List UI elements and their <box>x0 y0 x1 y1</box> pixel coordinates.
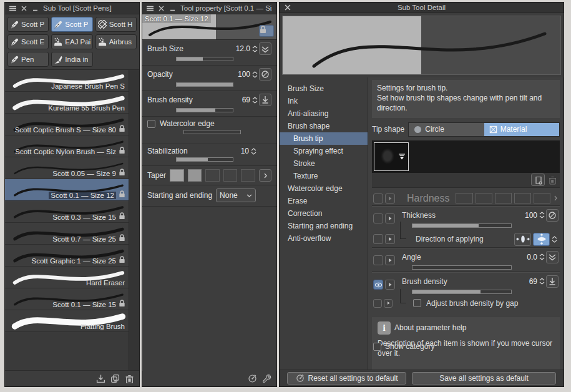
duplicate-subtool-icon[interactable] <box>110 374 120 383</box>
list-item[interactable]: Scott 0.05 — Size 9 <box>5 157 129 179</box>
direction-dynamics-button[interactable] <box>385 234 395 244</box>
brush-density-dynamics-button[interactable] <box>385 280 395 290</box>
angle-indicator-button[interactable] <box>373 255 383 265</box>
direction-spinner[interactable] <box>552 236 557 243</box>
panel-menu-icon[interactable] <box>147 5 154 12</box>
delete-subtool-icon[interactable] <box>125 374 134 383</box>
save-all-settings-button[interactable]: Save all settings as default <box>412 372 556 385</box>
adjust-density-dynamics-button[interactable] <box>384 299 393 308</box>
list-item[interactable]: Scott Coptic Nylon Brush — Siz <box>5 135 129 157</box>
opacity-dynamics-button[interactable] <box>259 68 271 81</box>
taper-level-2[interactable] <box>188 169 202 182</box>
taper-level-4[interactable] <box>223 169 238 182</box>
tab-airbrush[interactable]: Airbrus <box>95 34 137 49</box>
angle-spinner[interactable] <box>539 253 545 260</box>
taper-level-3[interactable] <box>205 169 220 182</box>
brush-density-slider[interactable] <box>176 108 233 112</box>
taper-level-1[interactable] <box>170 169 184 182</box>
menu-item-texture[interactable]: Texture <box>280 170 368 182</box>
brush-density-value[interactable]: 69 <box>242 96 250 104</box>
hardness-level-5[interactable] <box>534 193 550 203</box>
hardness-level-1[interactable] <box>456 193 472 203</box>
tip-shape-material-option[interactable]: Material <box>484 123 559 136</box>
taper-expand-button[interactable] <box>259 169 271 182</box>
opacity-slider[interactable] <box>176 82 233 87</box>
brush-size-slider[interactable] <box>176 57 233 61</box>
brush-size-spinner[interactable] <box>252 46 258 52</box>
taper-level-5[interactable] <box>241 169 255 182</box>
hardness-expand-icon[interactable] <box>554 195 557 201</box>
brush-density-value[interactable]: 69 <box>529 277 537 286</box>
menu-item-anti-aliasing[interactable]: Anti-aliasing <box>280 107 368 120</box>
close-icon[interactable] <box>21 5 27 12</box>
tab-scott-p2[interactable]: Scott P <box>51 17 92 32</box>
watercolor-edge-slider[interactable] <box>183 130 241 134</box>
stabilization-slider[interactable] <box>176 157 233 162</box>
menu-item-brush-tip[interactable]: Brush tip <box>280 132 368 145</box>
angle-slider[interactable] <box>412 265 512 270</box>
hardness-indicator-button[interactable] <box>373 194 383 203</box>
adjust-density-checkbox[interactable] <box>413 299 421 307</box>
wrench-icon[interactable] <box>262 374 271 383</box>
menu-item-correction[interactable]: Correction <box>280 207 368 220</box>
direction-indicator-button[interactable] <box>373 234 383 244</box>
list-item[interactable]: Hard Eraser <box>5 267 129 288</box>
starting-ending-dropdown[interactable]: None <box>216 189 256 202</box>
opacity-value[interactable]: 100 <box>238 70 250 79</box>
menu-item-watercolor-edge[interactable]: Watercolor edge <box>280 182 368 195</box>
hardness-level-2[interactable] <box>476 193 492 203</box>
hardness-level-3[interactable] <box>495 193 512 203</box>
thickness-dynamics-button[interactable] <box>385 213 395 223</box>
list-item-selected[interactable]: Scott 0.1 — Size 12 <box>5 179 129 201</box>
thickness-value[interactable]: 100 <box>525 211 537 220</box>
list-item[interactable]: Japanese Brush Pen S <box>5 70 129 92</box>
reset-all-settings-button[interactable]: Reset all settings to default <box>287 372 406 385</box>
thickness-dynamics-off-button[interactable] <box>546 209 559 222</box>
watercolor-edge-checkbox[interactable] <box>147 120 155 128</box>
show-category-checkbox[interactable] <box>373 343 381 351</box>
menu-item-anti-overflow[interactable]: Anti-overflow <box>280 232 368 245</box>
list-item[interactable]: Flatting Brush <box>5 310 129 332</box>
minimize-icon[interactable] <box>169 5 176 12</box>
tip-material-thumbnail[interactable] <box>374 142 409 171</box>
brush-density-spinner[interactable] <box>539 278 545 285</box>
brush-density-visibility-button[interactable] <box>373 280 383 290</box>
close-icon[interactable] <box>158 5 165 12</box>
stabilization-spinner[interactable] <box>251 148 256 155</box>
thickness-slider[interactable] <box>412 223 512 228</box>
adjust-density-indicator-button[interactable] <box>373 299 382 308</box>
tab-eaj-paint[interactable]: EAJ Pai <box>51 34 92 49</box>
brush-size-dynamics-button[interactable] <box>259 42 271 55</box>
angle-dynamics-button[interactable] <box>385 255 395 265</box>
tab-scott-p1[interactable]: Scott P <box>7 17 49 32</box>
menu-item-spraying-effect[interactable]: Spraying effect <box>280 145 368 157</box>
menu-item-stroke[interactable]: Stroke <box>280 157 368 170</box>
menu-item-brush-size[interactable]: Brush Size <box>280 82 368 95</box>
tab-india-ink[interactable]: India in <box>51 52 92 67</box>
stabilization-value[interactable]: 10 <box>241 147 249 155</box>
delete-tip-shape-icon[interactable] <box>548 175 557 185</box>
close-icon[interactable] <box>284 4 291 11</box>
direction-horizontal-button[interactable] <box>514 233 531 246</box>
list-item[interactable]: Kuretame 55 Brush Pen <box>5 92 129 114</box>
tab-scott-e[interactable]: Scott E <box>7 34 49 49</box>
minimize-icon[interactable] <box>32 5 39 12</box>
list-item[interactable]: Scott Graphic 1 — Size 25 <box>5 245 129 267</box>
thickness-indicator-button[interactable] <box>373 213 383 223</box>
angle-dynamics-setting-button[interactable] <box>546 251 559 263</box>
brush-density-spinner[interactable] <box>252 97 258 104</box>
add-tip-shape-button[interactable] <box>531 174 545 186</box>
reset-tool-icon[interactable] <box>248 374 257 383</box>
tip-shape-circle-option[interactable]: Circle <box>409 123 484 136</box>
brush-density-pressure-button[interactable] <box>546 275 559 288</box>
brush-size-value[interactable]: 12.0 <box>236 44 250 53</box>
menu-item-ink[interactable]: Ink <box>280 95 368 107</box>
list-item[interactable]: Scott 0.7 — Size 25 <box>5 223 129 245</box>
brush-density-dynamics-button[interactable] <box>259 94 271 106</box>
import-subtool-icon[interactable] <box>96 374 105 383</box>
tab-scott-h[interactable]: Scott H <box>95 17 137 32</box>
direction-vertical-button[interactable] <box>533 233 550 246</box>
menu-item-brush-shape[interactable]: Brush shape <box>280 120 368 132</box>
list-item[interactable]: Scott 0.3 — Size 15 <box>5 201 129 223</box>
lock-button[interactable] <box>259 25 274 37</box>
